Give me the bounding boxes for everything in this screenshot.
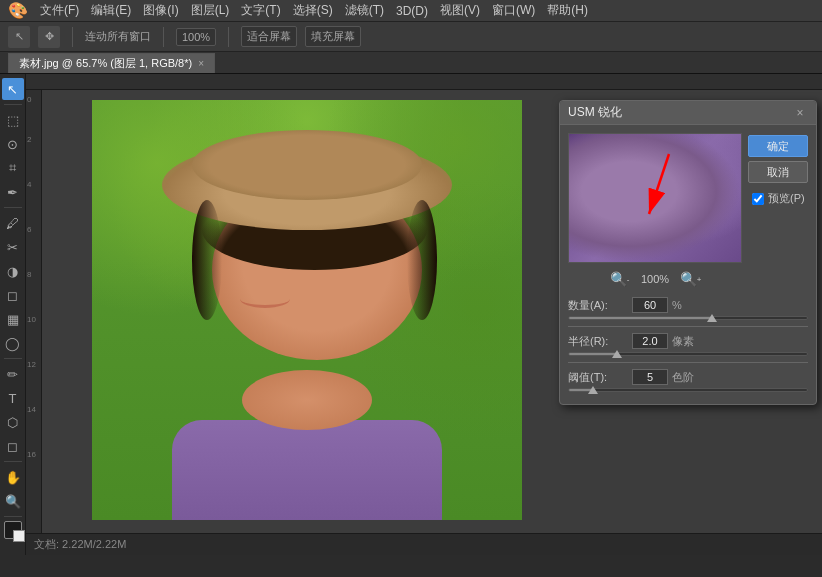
photo-canvas (92, 100, 522, 520)
menu-view[interactable]: 视图(V) (440, 2, 480, 19)
menu-3d[interactable]: 3D(D) (396, 4, 428, 18)
menu-filter[interactable]: 滤镜(T) (345, 2, 384, 19)
threshold-slider-track[interactable] (568, 388, 808, 392)
threshold-unit: 色阶 (672, 370, 694, 385)
menu-help[interactable]: 帮助(H) (547, 2, 588, 19)
zoom-in-btn[interactable]: 🔍+ (681, 269, 701, 289)
toolbar-separator (72, 27, 73, 47)
tool-lasso[interactable]: ⊙ (2, 133, 24, 155)
cancel-button[interactable]: 取消 (748, 161, 808, 183)
radius-label-row: 半径(R): 像素 (568, 333, 808, 349)
fill-screen-btn[interactable]: 填充屏幕 (305, 26, 361, 47)
radius-unit: 像素 (672, 334, 694, 349)
canvas-area: 0 200 400 600 800 1000 1200 1400 1600 18… (26, 74, 822, 555)
menu-bar: 🎨 文件(F) 编辑(E) 图像(I) 图层(L) 文字(T) 选择(S) 滤镜… (0, 0, 822, 22)
amount-slider-fill (569, 317, 712, 319)
document-tab[interactable]: 素材.jpg @ 65.7% (图层 1, RGB/8*) × (8, 53, 215, 73)
ruler-vertical: 0 2 4 6 8 10 12 14 16 (26, 90, 42, 555)
menu-layer[interactable]: 图层(L) (191, 2, 230, 19)
canvas-content: USM 锐化 × (42, 90, 822, 533)
preview-checkbox-row: 预览(P) (748, 191, 808, 206)
toolbar-separator-3 (228, 27, 229, 47)
tool-separator-3 (4, 358, 22, 359)
tab-close-btn[interactable]: × (198, 58, 204, 69)
threshold-slider-thumb[interactable] (588, 386, 598, 394)
ok-button[interactable]: 确定 (748, 135, 808, 157)
hand-tool-icon[interactable]: ✥ (38, 26, 60, 48)
toolbar-separator-2 (163, 27, 164, 47)
tool-zoom[interactable]: 🔍 (2, 490, 24, 512)
zoom-percent: 100% (638, 273, 673, 285)
dialog-title-bar: USM 锐化 × (560, 101, 816, 125)
zoom-level[interactable]: 100% (176, 28, 216, 46)
preview-controls: 🔍- 100% 🔍+ (568, 269, 742, 289)
tool-shape[interactable]: ◻ (2, 435, 24, 457)
tool-separator-5 (4, 516, 22, 517)
tool-eyedropper[interactable]: ✒ (2, 181, 24, 203)
amount-slider-thumb[interactable] (707, 314, 717, 322)
foreground-color[interactable] (4, 521, 22, 539)
tool-eraser[interactable]: ◻ (2, 284, 24, 306)
amount-input[interactable] (632, 297, 668, 313)
preview-checkbox-label: 预览(P) (768, 191, 805, 206)
tool-move[interactable]: ↖ (2, 78, 24, 100)
threshold-input[interactable] (632, 369, 668, 385)
tool-dodge[interactable]: ◯ (2, 332, 24, 354)
usm-dialog: USM 锐化 × (559, 100, 817, 405)
radius-slider-track[interactable] (568, 352, 808, 356)
dialog-title: USM 锐化 (568, 104, 622, 121)
tool-clone[interactable]: ✂ (2, 236, 24, 258)
preview-image (569, 134, 741, 262)
tool-crop[interactable]: ⌗ (2, 157, 24, 179)
menu-image[interactable]: 图像(I) (143, 2, 178, 19)
menu-window[interactable]: 窗口(W) (492, 2, 535, 19)
menu-file[interactable]: 文件(F) (40, 2, 79, 19)
tool-separator-1 (4, 104, 22, 105)
app-logo-icon: 🎨 (8, 1, 28, 20)
fit-screen-btn[interactable]: 适合屏幕 (241, 26, 297, 47)
amount-unit: % (672, 299, 682, 311)
preview-checkbox[interactable] (752, 193, 764, 205)
tab-bar: 素材.jpg @ 65.7% (图层 1, RGB/8*) × (0, 52, 822, 74)
menu-type[interactable]: 文字(T) (241, 2, 280, 19)
threshold-label: 阈值(T): (568, 370, 628, 385)
amount-slider-track[interactable] (568, 316, 808, 320)
ruler-horizontal: 0 200 400 600 800 1000 1200 1400 1600 18… (26, 74, 822, 90)
radius-slider-fill (569, 353, 617, 355)
tool-gradient[interactable]: ▦ (2, 308, 24, 330)
amount-slider-row: 数量(A): % (568, 297, 808, 320)
status-info: 文档: 2.22M/2.22M (34, 537, 126, 552)
status-bar: 文档: 2.22M/2.22M (26, 533, 822, 555)
dialog-close-btn[interactable]: × (792, 105, 808, 121)
threshold-label-row: 阈值(T): 色阶 (568, 369, 808, 385)
amount-label-row: 数量(A): % (568, 297, 808, 313)
radius-input[interactable] (632, 333, 668, 349)
threshold-slider-row: 阈值(T): 色阶 (568, 369, 808, 392)
zoom-out-btn[interactable]: 🔍- (610, 269, 630, 289)
tool-pen[interactable]: ✏ (2, 363, 24, 385)
usm-preview-area (568, 133, 742, 263)
tool-separator-2 (4, 207, 22, 208)
tool-path[interactable]: ⬡ (2, 411, 24, 433)
separator-1 (568, 326, 808, 327)
radius-slider-thumb[interactable] (612, 350, 622, 358)
separator-2 (568, 362, 808, 363)
tool-brush[interactable]: 🖊 (2, 212, 24, 234)
left-toolbar: ↖ ⬚ ⊙ ⌗ ✒ 🖊 ✂ ◑ ◻ ▦ ◯ ✏ T ⬡ ◻ ✋ 🔍 (0, 74, 26, 555)
menu-edit[interactable]: 编辑(E) (91, 2, 131, 19)
tab-filename: 素材.jpg @ 65.7% (图层 1, RGB/8*) (19, 56, 192, 71)
radius-slider-row: 半径(R): 像素 (568, 333, 808, 356)
amount-label: 数量(A): (568, 298, 628, 313)
menu-select[interactable]: 选择(S) (293, 2, 333, 19)
tool-type[interactable]: T (2, 387, 24, 409)
tool-hand[interactable]: ✋ (2, 466, 24, 488)
radius-label: 半径(R): (568, 334, 628, 349)
tool-marquee[interactable]: ⬚ (2, 109, 24, 131)
move-tool-icon[interactable]: ↖ (8, 26, 30, 48)
tool-separator-4 (4, 461, 22, 462)
toolbar-label-window: 连动所有窗口 (85, 29, 151, 44)
tool-history[interactable]: ◑ (2, 260, 24, 282)
toolbar: ↖ ✥ 连动所有窗口 100% 适合屏幕 填充屏幕 (0, 22, 822, 52)
main-area: ↖ ⬚ ⊙ ⌗ ✒ 🖊 ✂ ◑ ◻ ▦ ◯ ✏ T ⬡ ◻ ✋ 🔍 0 200 … (0, 74, 822, 555)
